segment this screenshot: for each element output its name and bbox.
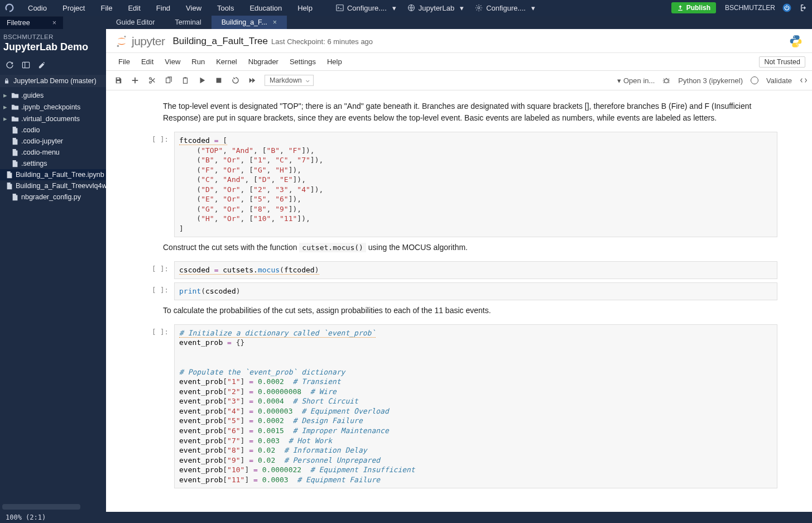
- code-icon[interactable]: [800, 76, 808, 84]
- code-body[interactable]: cscoded = cutsets.mocus(ftcoded): [174, 261, 777, 279]
- cut-button[interactable]: [144, 73, 160, 88]
- kernel-status-icon: [751, 76, 758, 84]
- repo-line[interactable]: JupyterLab Demo (master): [0, 75, 106, 87]
- tree-item-label: .ipynb_checkpoints: [21, 103, 80, 111]
- tree-item[interactable]: ▸.ipynb_checkpoints: [0, 101, 106, 113]
- save-button[interactable]: [110, 73, 126, 88]
- file-icon: [11, 193, 19, 201]
- tree-item[interactable]: ▸.guides: [0, 89, 106, 101]
- paste-button[interactable]: [177, 73, 193, 88]
- publish-button[interactable]: Publish: [671, 2, 716, 13]
- horizontal-scrollbar[interactable]: [2, 504, 80, 510]
- tree-item-label: .codio-jupyter: [21, 137, 63, 145]
- code-body[interactable]: print(cscoded): [174, 282, 777, 300]
- tree-item[interactable]: ▸.virtual_documents: [0, 113, 106, 124]
- svg-point-6: [124, 36, 126, 37]
- jp-menu-nbgrader[interactable]: Nbgrader: [243, 55, 284, 68]
- power-icon[interactable]: [782, 3, 792, 13]
- refresh-icon[interactable]: [6, 61, 14, 69]
- file-icon: [11, 126, 19, 134]
- cell-prompt: [ ]:: [141, 261, 174, 279]
- bug-icon[interactable]: [662, 76, 670, 84]
- tree-item[interactable]: Building_a_Fault_Tree.ipynb: [0, 169, 106, 180]
- menu-codio[interactable]: Codio: [20, 1, 55, 15]
- tree-item-label: .guides: [21, 92, 44, 99]
- menu-tools[interactable]: Tools: [209, 1, 242, 15]
- logout-icon[interactable]: [797, 3, 808, 13]
- jp-menu-view[interactable]: View: [159, 55, 186, 68]
- editor-tab[interactable]: Guide Editor: [106, 16, 165, 29]
- markdown-cell[interactable]: The top-level event is designated "TOP";…: [163, 100, 766, 124]
- add-cell-button[interactable]: [127, 73, 143, 88]
- markdown-cell[interactable]: Construct the cut sets with the function…: [163, 242, 766, 253]
- menu-edit[interactable]: Edit: [120, 1, 148, 15]
- restart-button[interactable]: [228, 73, 243, 88]
- tree-item-label: Building_a_Fault_Treevvlq4wp: [16, 182, 106, 190]
- file-tree-panel: Filetree × BSCHMUTZLER JupyterLab Demo J…: [0, 16, 106, 512]
- jupyterlab-button[interactable]: JupyterLab ▾: [403, 2, 468, 15]
- menu-find[interactable]: Find: [148, 1, 178, 15]
- tree-item[interactable]: .codio-jupyter: [0, 136, 106, 147]
- tree-item[interactable]: nbgrader_config.py: [0, 191, 106, 203]
- cell-prompt: [ ]:: [141, 282, 174, 300]
- tree-item-label: .codio-menu: [21, 148, 60, 156]
- menu-education[interactable]: Education: [242, 1, 290, 15]
- configure-button-1[interactable]: Configure.... ▾: [331, 2, 401, 15]
- editor-tab[interactable]: Terminal: [165, 16, 211, 29]
- close-icon[interactable]: ×: [52, 19, 56, 27]
- celltype-select[interactable]: Markdown: [265, 75, 314, 86]
- copy-button[interactable]: [161, 73, 176, 88]
- close-icon[interactable]: ×: [273, 18, 277, 26]
- code-cell[interactable]: [ ]: cscoded = cutsets.mocus(ftcoded): [141, 261, 777, 279]
- md-text: Construct the cut sets with the function: [163, 243, 299, 252]
- trust-button[interactable]: Not Trusted: [759, 56, 805, 68]
- file-tree: ▸.guides▸.ipynb_checkpoints▸.virtual_doc…: [0, 87, 106, 208]
- svg-point-2: [478, 7, 480, 9]
- menu-project[interactable]: Project: [55, 1, 93, 15]
- terminal-icon: [336, 4, 344, 12]
- open-in-button[interactable]: ▾Open in...: [617, 76, 655, 85]
- folder-icon: [11, 115, 19, 123]
- document-name[interactable]: Building_a_Fault_Tree: [173, 36, 268, 47]
- editor-panel: Guide EditorTerminalBuilding_a_F...× jup…: [106, 16, 812, 512]
- code-body[interactable]: ftcoded = [ ("TOP", "And", ["B", "F"]), …: [174, 132, 777, 237]
- menu-view[interactable]: View: [178, 1, 209, 15]
- svg-rect-4: [22, 62, 29, 68]
- tree-item[interactable]: .settings: [0, 158, 106, 169]
- jp-menu-kernel[interactable]: Kernel: [210, 55, 243, 68]
- top-menus: CodioProjectFileEditFindViewToolsEducati…: [20, 1, 320, 15]
- panel-icon[interactable]: [22, 61, 30, 69]
- code-cell[interactable]: [ ]: ftcoded = [ ("TOP", "And", ["B", "F…: [141, 132, 777, 237]
- notebook-area[interactable]: The top-level event is designated "TOP";…: [106, 90, 812, 512]
- jp-menu-file[interactable]: File: [113, 55, 136, 68]
- file-icon: [11, 148, 19, 156]
- tree-item[interactable]: .codio-menu: [0, 147, 106, 158]
- jp-menu-edit[interactable]: Edit: [136, 55, 159, 68]
- file-icon: [6, 182, 13, 190]
- status-bar: 100% (2:1): [0, 512, 812, 523]
- pencil-icon[interactable]: [38, 61, 46, 69]
- configure-button-2[interactable]: Configure.... ▾: [470, 2, 540, 15]
- menu-help[interactable]: Help: [290, 1, 320, 15]
- kernel-label[interactable]: Python 3 (ipykernel): [678, 76, 743, 85]
- tree-item[interactable]: .codio: [0, 124, 106, 136]
- run-all-button[interactable]: [244, 73, 260, 88]
- markdown-cell[interactable]: To calculate the probabilities of the cu…: [163, 305, 766, 316]
- filetree-subtitle: BSCHMUTZLER: [3, 33, 100, 40]
- editor-tab[interactable]: Building_a_F...×: [212, 16, 287, 29]
- jp-menu-run[interactable]: Run: [186, 55, 210, 68]
- stop-button[interactable]: [211, 73, 227, 88]
- menu-file[interactable]: File: [93, 1, 120, 15]
- jp-menu-settings[interactable]: Settings: [284, 55, 321, 68]
- play-icon: [198, 76, 206, 84]
- run-button[interactable]: [194, 73, 210, 88]
- globe-icon: [407, 4, 415, 12]
- code-cell[interactable]: [ ]: print(cscoded): [141, 282, 777, 300]
- tree-item[interactable]: Building_a_Fault_Treevvlq4wp: [0, 180, 106, 191]
- filetree-tab[interactable]: Filetree ×: [0, 16, 63, 29]
- validate-button[interactable]: Validate: [766, 76, 792, 85]
- code-body[interactable]: # Initialize a dictionary called `event_…: [174, 324, 777, 489]
- md-text: using the MOCUS algorithm.: [366, 243, 468, 252]
- code-cell[interactable]: [ ]: # Initialize a dictionary called `e…: [141, 324, 777, 489]
- jp-menu-help[interactable]: Help: [321, 55, 348, 68]
